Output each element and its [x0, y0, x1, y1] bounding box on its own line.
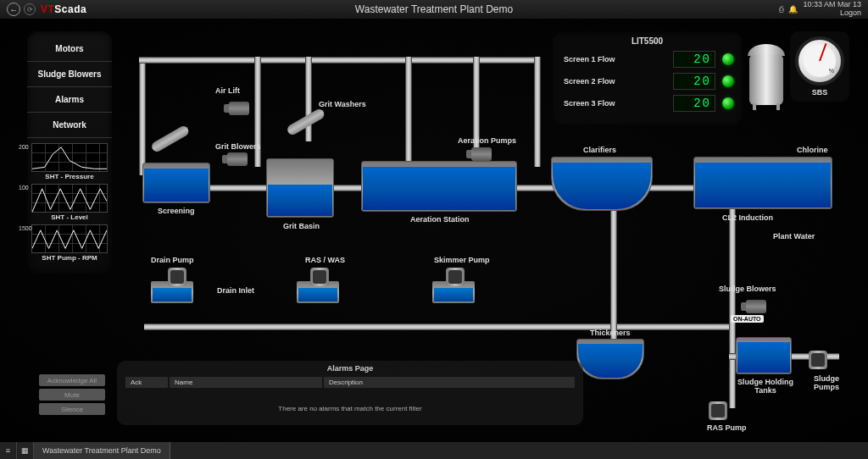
- chart-sht-pressure[interactable]: 200 SHT - Pressure: [31, 143, 108, 180]
- label-air-lift: Air Lift: [215, 86, 240, 95]
- chlorine-tank[interactable]: [693, 157, 832, 209]
- sludge-pump[interactable]: [809, 351, 827, 369]
- screening-conveyor[interactable]: [153, 144, 193, 154]
- refresh-button[interactable]: ⟳: [24, 3, 36, 15]
- aeration-station-tank[interactable]: [361, 161, 517, 212]
- sidebar: Motors Sludge Blowers Alarms Network 200…: [27, 31, 112, 274]
- logon-link[interactable]: Logon: [803, 9, 861, 18]
- storage-tank-icon[interactable]: [748, 42, 785, 110]
- status-led-3: [722, 97, 734, 109]
- sidebar-item-motors[interactable]: Motors: [27, 36, 112, 62]
- lcd-screen3: 20: [673, 95, 715, 112]
- alarms-title: Alarms Page: [124, 364, 576, 373]
- grid-icon[interactable]: ▦: [17, 442, 34, 459]
- clarifiers-tank[interactable]: [551, 157, 653, 211]
- grit-basin-tank[interactable]: [266, 158, 334, 218]
- label-clarifiers: Clarifiers: [583, 146, 616, 154]
- status-led-1: [722, 53, 734, 65]
- alarms-panel: Alarms Page Ack Name Description There a…: [117, 361, 583, 425]
- sidebar-item-sludge-blowers[interactable]: Sludge Blowers: [27, 62, 112, 87]
- label-grit-blowers: Grit Blowers: [215, 142, 261, 151]
- alarm-button-group: Acknowledge All Mute Silence: [39, 374, 105, 415]
- label-thickeners: Thickeners: [590, 329, 631, 337]
- label-skimmer-pump: Skimmer Pump: [434, 256, 490, 264]
- label-sludge-blowers: Sludge Blowers: [719, 285, 776, 293]
- col-ack[interactable]: Ack: [125, 377, 168, 388]
- ack-all-button[interactable]: Acknowledge All: [39, 374, 105, 386]
- chart-sht-level[interactable]: 100 SHT - Level: [31, 184, 108, 221]
- readout-row-3: Screen 3 Flow 20: [560, 95, 734, 112]
- readout-panel: LIT5500 Screen 1 Flow 20 Screen 2 Flow 2…: [552, 31, 743, 126]
- label-drain-inlet: Drain Inlet: [217, 286, 254, 295]
- readout-row-1: Screen 1 Flow 20: [560, 51, 734, 68]
- title-bar: ← ⟳ VTScada Wastewater Treatment Plant D…: [0, 0, 868, 19]
- thickeners-tank[interactable]: [576, 339, 644, 379]
- process-canvas: Motors Sludge Blowers Alarms Network 200…: [0, 19, 868, 442]
- alarms-empty-message: There are no alarms that match the curre…: [124, 390, 576, 412]
- app-logo: VTScada: [41, 3, 86, 15]
- label-grit-washers: Grit Washers: [319, 100, 366, 108]
- on-auto-indicator: ON-AUTO: [731, 315, 764, 323]
- label-cl2-induction: CL2 Induction: [722, 213, 773, 222]
- label-grit-basin: Grit Basin: [283, 222, 320, 230]
- skimmer-pump[interactable]: [446, 268, 465, 286]
- lcd-screen2: 20: [673, 73, 715, 90]
- footer-bar: ≡ ▦ Wastewater Treatment Plant Demo: [0, 442, 868, 459]
- label-drain-pump: Drain Pump: [151, 256, 194, 264]
- back-button[interactable]: ←: [7, 3, 20, 16]
- label-sludge-holding: Sludge Holding Tanks: [736, 378, 795, 395]
- lcd-screen1: 20: [673, 51, 715, 68]
- grit-washer-conveyor[interactable]: [288, 127, 329, 137]
- sidebar-item-alarms[interactable]: Alarms: [27, 87, 112, 113]
- sbs-gauge[interactable]: % SBS: [790, 31, 849, 102]
- ras-was-pump[interactable]: [310, 268, 329, 286]
- label-aeration-station: Aeration Station: [410, 215, 470, 224]
- col-name[interactable]: Name: [170, 377, 322, 388]
- ras-pump[interactable]: [709, 401, 727, 420]
- label-plant-water: Plant Water: [773, 232, 815, 241]
- screening-tank[interactable]: [142, 163, 210, 203]
- sludge-blower-motor[interactable]: [746, 300, 766, 313]
- label-sludge-pumps: Sludge Pumps: [805, 374, 848, 391]
- label-chlorine: Chlorine: [797, 146, 828, 154]
- silence-button[interactable]: Silence: [39, 403, 105, 415]
- label-aeration-pumps: Aeration Pumps: [458, 136, 516, 145]
- page-title: Wastewater Treatment Plant Demo: [355, 3, 513, 15]
- aeration-pump-motor[interactable]: [471, 147, 492, 161]
- label-ras-pump: RAS Pump: [707, 423, 747, 432]
- col-description[interactable]: Description: [324, 377, 575, 388]
- footer-tab[interactable]: Wastewater Treatment Plant Demo: [34, 442, 170, 459]
- grit-blower-motor[interactable]: [227, 152, 248, 166]
- print-icon[interactable]: ⎙: [779, 5, 783, 14]
- air-lift-motor[interactable]: [229, 102, 249, 115]
- chart-sht-pump-rpm[interactable]: 1500 SHT Pump - RPM: [31, 224, 108, 262]
- bell-icon[interactable]: 🔔: [788, 5, 798, 14]
- menu-icon[interactable]: ≡: [0, 442, 17, 459]
- drain-pump[interactable]: [168, 268, 186, 286]
- readout-row-2: Screen 2 Flow 20: [560, 73, 734, 90]
- mute-button[interactable]: Mute: [39, 389, 105, 401]
- readout-title: LIT5500: [560, 36, 734, 46]
- label-ras-was: RAS / WAS: [305, 256, 345, 264]
- sludge-holding-tank[interactable]: [736, 337, 792, 374]
- label-screening: Screening: [158, 207, 195, 215]
- sidebar-item-network[interactable]: Network: [27, 113, 112, 138]
- alarms-table: Ack Name Description: [124, 375, 576, 390]
- status-led-2: [722, 75, 734, 87]
